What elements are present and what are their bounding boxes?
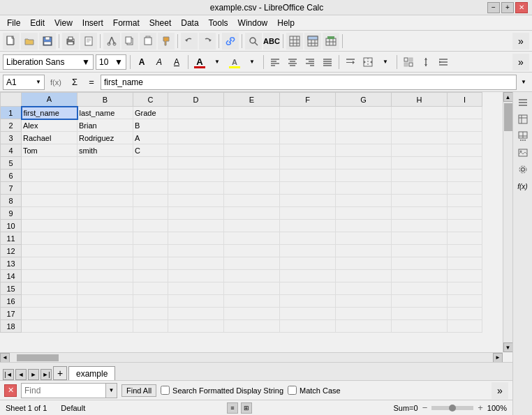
col-header-H[interactable]: H: [392, 93, 448, 107]
close-button[interactable]: ✕: [515, 2, 528, 13]
cell[interactable]: [168, 295, 224, 308]
cell[interactable]: [392, 119, 448, 132]
find-dropdown[interactable]: ▼: [105, 384, 117, 398]
cell[interactable]: [133, 320, 168, 333]
cell[interactable]: [22, 207, 77, 220]
cell[interactable]: [22, 320, 77, 333]
cell[interactable]: [133, 157, 168, 169]
cell[interactable]: A: [133, 132, 168, 144]
cell[interactable]: [168, 270, 224, 282]
cell[interactable]: [22, 220, 77, 232]
cell[interactable]: [280, 220, 336, 232]
cell[interactable]: [22, 232, 77, 245]
scroll-right-btn[interactable]: ►: [493, 353, 503, 363]
cell[interactable]: [336, 195, 392, 207]
cell[interactable]: [22, 182, 77, 195]
spellcheck-button[interactable]: ABC: [263, 33, 280, 50]
cell[interactable]: [336, 245, 392, 257]
cell[interactable]: [77, 257, 133, 270]
cell[interactable]: [133, 257, 168, 270]
table3-button[interactable]: [323, 33, 339, 50]
merge-dropdown[interactable]: ▼: [378, 54, 393, 70]
cell[interactable]: [168, 169, 224, 182]
cell[interactable]: [168, 182, 224, 195]
cell[interactable]: [133, 182, 168, 195]
cell[interactable]: [133, 295, 168, 308]
cell[interactable]: [133, 220, 168, 232]
cell[interactable]: [224, 220, 280, 232]
formula-input[interactable]: [101, 75, 517, 90]
find-more-button[interactable]: »: [492, 382, 508, 399]
cell[interactable]: [22, 308, 77, 320]
menu-help[interactable]: Help: [273, 17, 299, 29]
menu-tools[interactable]: Tools: [205, 17, 232, 29]
col-header-G[interactable]: G: [336, 93, 392, 107]
cell[interactable]: [280, 257, 336, 270]
cell[interactable]: [280, 107, 336, 119]
cell[interactable]: [336, 295, 392, 308]
cell[interactable]: [22, 257, 77, 270]
cell[interactable]: [77, 232, 133, 245]
cell[interactable]: [392, 295, 448, 308]
sheet-nav-next[interactable]: ►: [28, 369, 39, 380]
cell[interactable]: [392, 220, 448, 232]
align-center-button[interactable]: [285, 54, 300, 70]
italic-button[interactable]: A: [152, 54, 167, 70]
cell[interactable]: [392, 144, 448, 157]
preview-button[interactable]: [80, 33, 97, 50]
cell[interactable]: [336, 157, 392, 169]
cell[interactable]: Rodriguez: [77, 132, 133, 144]
cell[interactable]: [280, 282, 336, 295]
paste-button[interactable]: [140, 33, 156, 50]
cell[interactable]: [168, 132, 224, 144]
cell[interactable]: [336, 207, 392, 220]
cell[interactable]: [280, 207, 336, 220]
cell[interactable]: [448, 270, 482, 282]
cell[interactable]: [392, 232, 448, 245]
sheet-nav-first[interactable]: |◄: [3, 369, 14, 380]
cell[interactable]: [392, 207, 448, 220]
cell[interactable]: smith: [77, 144, 133, 157]
hyperlink-button[interactable]: [222, 33, 239, 50]
cell[interactable]: [448, 107, 482, 119]
menu-view[interactable]: View: [50, 17, 77, 29]
grid-scroll-area[interactable]: A B C D E F G H I: [0, 92, 503, 352]
cell[interactable]: [168, 107, 224, 119]
cell[interactable]: [22, 245, 77, 257]
cell[interactable]: Rachael: [22, 132, 77, 144]
equals-button[interactable]: =: [84, 75, 99, 90]
sidebar-settings-btn[interactable]: [515, 162, 531, 177]
cell[interactable]: [336, 169, 392, 182]
bold-button[interactable]: A: [134, 54, 149, 70]
font-size-input[interactable]: 10 ▼: [96, 54, 126, 70]
cell[interactable]: [448, 282, 482, 295]
col-header-F[interactable]: F: [280, 93, 336, 107]
cell[interactable]: [336, 107, 392, 119]
cell[interactable]: [133, 169, 168, 182]
underline-button[interactable]: A: [169, 54, 184, 70]
cell[interactable]: [168, 232, 224, 245]
add-sheet-button[interactable]: +: [53, 366, 67, 380]
cell[interactable]: Tom: [22, 144, 77, 157]
cell[interactable]: [168, 144, 224, 157]
cell[interactable]: B: [133, 119, 168, 132]
copy-button[interactable]: [121, 33, 138, 50]
cell[interactable]: [224, 182, 280, 195]
cell[interactable]: [224, 257, 280, 270]
cell[interactable]: [392, 320, 448, 333]
cell[interactable]: [392, 245, 448, 257]
cell[interactable]: [224, 107, 280, 119]
cell[interactable]: [168, 119, 224, 132]
cell[interactable]: [224, 320, 280, 333]
cell[interactable]: [77, 308, 133, 320]
table-button[interactable]: [286, 33, 303, 50]
search-formatted-checkbox[interactable]: [161, 386, 170, 395]
cell[interactable]: [224, 119, 280, 132]
vertical-scrollbar[interactable]: ▲ ▼: [503, 92, 512, 352]
cell[interactable]: [77, 282, 133, 295]
more-fmt-button[interactable]: »: [512, 54, 529, 70]
cell[interactable]: [448, 169, 482, 182]
cell[interactable]: [133, 282, 168, 295]
search-button[interactable]: [245, 33, 262, 50]
sidebar-properties-btn[interactable]: [515, 95, 531, 110]
